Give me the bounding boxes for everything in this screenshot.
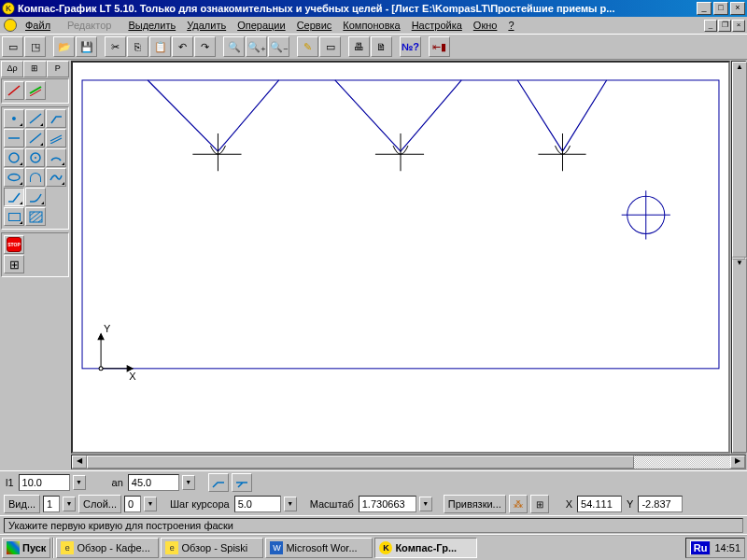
undo-button[interactable]: ↶ — [172, 36, 193, 57]
zoom-button[interactable]: 🔍 — [223, 36, 245, 57]
an-field[interactable]: 45.0 — [128, 474, 179, 491]
tool-hline[interactable] — [4, 129, 24, 147]
drawing-canvas[interactable]: Y X — [71, 61, 730, 454]
view-field[interactable]: 1 — [43, 496, 60, 512]
zoom-in-button[interactable]: 🔍₊ — [246, 36, 267, 57]
system-tray: Ru 14:51 — [685, 538, 745, 558]
zoom-out-button[interactable]: 🔍₋ — [268, 36, 289, 57]
chamfer-mode1-button[interactable] — [208, 473, 229, 492]
cut-button[interactable]: ✂ — [105, 36, 126, 57]
tool-circle-pt[interactable] — [25, 148, 46, 167]
layer-dropdown[interactable]: ▼ — [144, 497, 157, 511]
menu-layout[interactable]: Компоновка — [337, 19, 405, 32]
new-fragment-button[interactable]: ◳ — [24, 36, 46, 57]
scroll-right-button[interactable]: ▶ — [730, 455, 745, 469]
menu-select[interactable]: Выделить — [122, 19, 181, 32]
save-button[interactable]: 💾 — [76, 36, 97, 57]
step-label: Шаг курсора — [168, 498, 232, 510]
menu-settings[interactable]: Настройка — [406, 19, 468, 32]
open-button[interactable]: 📂 — [53, 36, 75, 57]
snap-opt2[interactable]: ⊞ — [530, 495, 549, 513]
tool-parallel[interactable] — [46, 129, 66, 147]
menu-delete[interactable]: Удалить — [181, 19, 232, 32]
left-tab-3[interactable]: P — [47, 61, 69, 77]
left-tab-2[interactable]: ⊞ — [23, 61, 46, 77]
exit-button[interactable]: ⇤▮ — [429, 36, 450, 57]
scale-dropdown[interactable]: ▼ — [419, 497, 432, 511]
scroll-up-button[interactable]: ▲ — [732, 62, 747, 258]
new-button[interactable]: ▭ — [2, 36, 23, 57]
snap-button[interactable]: Привязки... — [444, 495, 506, 513]
mdi-close-button[interactable]: × — [732, 20, 745, 32]
copy-button[interactable]: ⎘ — [127, 36, 148, 57]
vertical-scrollbar[interactable]: ▲ ▼ — [731, 61, 746, 454]
step-field[interactable]: 5.0 — [234, 496, 281, 512]
tool-line-solid[interactable] — [4, 81, 24, 100]
mdi-restore-button[interactable]: ❐ — [718, 20, 731, 32]
minimize-button[interactable]: _ — [697, 2, 712, 15]
layer-button[interactable]: Слой... — [78, 495, 121, 513]
y-axis-label: Y — [104, 323, 111, 334]
menu-service[interactable]: Сервис — [291, 19, 338, 32]
tool-style[interactable] — [25, 81, 46, 100]
zoom-icon: 🔍 — [228, 41, 241, 53]
tool-chamfer[interactable] — [4, 188, 24, 206]
tool-hatch[interactable] — [25, 207, 46, 226]
tool-leader[interactable] — [46, 109, 66, 128]
scroll-left-button[interactable]: ◀ — [72, 455, 87, 469]
print-button[interactable]: 🖶 — [348, 36, 370, 57]
task-2[interactable]: eОбзор - Spiski — [161, 538, 263, 558]
l1-dropdown[interactable]: ▼ — [73, 475, 86, 490]
paste-button[interactable]: 📋 — [149, 36, 171, 57]
view-button[interactable]: Вид... — [4, 495, 40, 513]
tool-fillet[interactable] — [25, 188, 46, 206]
refresh-button[interactable]: ✎ — [297, 36, 318, 57]
menu-file[interactable]: Файл — [20, 19, 56, 32]
main-area: Δρ ⊞ P • — [0, 60, 747, 470]
tool-diag[interactable] — [25, 129, 46, 147]
menu-ops[interactable]: Операции — [232, 19, 290, 32]
fit-button[interactable]: ▭ — [319, 36, 341, 57]
menu-help[interactable]: ? — [502, 19, 519, 32]
lang-indicator[interactable]: Ru — [690, 540, 712, 555]
task-4[interactable]: KКомпас-Гр... — [374, 538, 477, 558]
tool-point[interactable]: • — [4, 109, 24, 128]
tool-arc2[interactable] — [25, 168, 46, 187]
tool-arc[interactable] — [46, 148, 66, 167]
tool-circle[interactable] — [4, 148, 24, 167]
tool-rect[interactable] — [4, 207, 24, 226]
task-3[interactable]: WMicrosoft Wor... — [265, 538, 373, 558]
scale-field[interactable]: 1.730663 — [359, 496, 416, 512]
snap-opt1[interactable]: ⁂ — [509, 495, 528, 513]
tool-stop[interactable]: STOP — [4, 235, 24, 254]
tool-ellipse[interactable] — [4, 168, 24, 187]
scroll-down-button[interactable]: ▼ — [732, 258, 747, 454]
tool-grid[interactable]: ⊞ — [4, 255, 24, 273]
mode2-icon — [235, 477, 248, 488]
mdi-minimize-button[interactable]: _ — [704, 20, 717, 32]
close-button[interactable]: × — [730, 2, 745, 15]
svg-line-5 — [30, 133, 41, 143]
tool-spline[interactable] — [46, 168, 66, 187]
maximize-button[interactable]: □ — [713, 2, 728, 15]
l1-field[interactable]: 10.0 — [19, 474, 70, 491]
start-button[interactable]: Пуск — [2, 538, 50, 558]
menu-edit: Редактор — [56, 19, 122, 32]
window-title: Компас-График LT 5.10. Только для ознако… — [18, 3, 697, 14]
menu-window[interactable]: Окно — [468, 19, 503, 32]
preview-button[interactable]: 🗎 — [371, 36, 392, 57]
view-dropdown[interactable]: ▼ — [63, 497, 76, 511]
help-button[interactable]: №? — [400, 36, 421, 57]
tool-line[interactable] — [25, 109, 46, 128]
redo-button[interactable]: ↷ — [194, 36, 216, 57]
step-dropdown[interactable]: ▼ — [284, 497, 297, 511]
snap-opt2-icon: ⊞ — [536, 499, 543, 510]
paste-icon: 📋 — [154, 41, 167, 53]
left-tab-1[interactable]: Δρ — [1, 61, 23, 77]
layer-field[interactable]: 0 — [124, 496, 141, 512]
chamfer-mode2-button[interactable] — [232, 473, 252, 492]
horizontal-scrollbar[interactable]: ◀ ▶ — [71, 455, 746, 469]
task-1[interactable]: eОбзор - Кафе... — [56, 538, 159, 558]
an-dropdown[interactable]: ▼ — [182, 475, 195, 490]
style-icon — [29, 85, 42, 96]
